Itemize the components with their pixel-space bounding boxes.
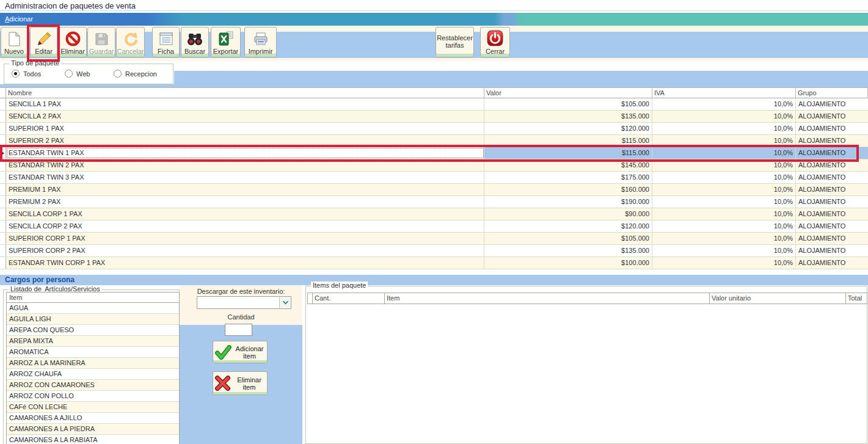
cell-valor: $100.000 bbox=[484, 257, 652, 269]
exportar-button[interactable]: Exportar bbox=[211, 27, 241, 57]
list-item[interactable]: CAMARONES A AJILLO bbox=[7, 413, 179, 424]
cell-grupo: ALOJAMIENTO bbox=[796, 147, 868, 159]
row-selector-cell bbox=[0, 233, 6, 244]
cell-grupo: ALOJAMIENTO bbox=[796, 111, 868, 122]
menu-bar: Adicionar bbox=[0, 13, 868, 26]
cell-iva: 10,0% bbox=[652, 257, 796, 269]
table-row[interactable]: PREMIUM 2 PAX $190.000 10,0% ALOJAMIENTO bbox=[0, 196, 868, 208]
list-item[interactable]: ARROZ CON CAMARONES bbox=[7, 380, 179, 391]
radio-label: Todos bbox=[23, 70, 41, 78]
table-row[interactable]: SENCILLA 1 PAX $105.000 10,0% ALOJAMIENT… bbox=[0, 98, 868, 111]
table-row[interactable]: SUPERIOR CORP 1 PAX $105.000 10,0% ALOJA… bbox=[0, 233, 868, 245]
ficha-button[interactable]: Ficha bbox=[152, 27, 180, 57]
radio-todos[interactable]: Todos bbox=[12, 70, 41, 78]
table-row[interactable]: ESTANDAR TWIN 3 PAX $175.000 10,0% ALOJA… bbox=[0, 172, 868, 184]
cell-iva: 10,0% bbox=[652, 184, 796, 195]
radio-web[interactable]: Web bbox=[65, 70, 90, 78]
list-item[interactable]: AGUILA LIGH bbox=[7, 314, 179, 325]
tipo-paquete-groupbox: Tipo de paquete Todos Web Recepcion bbox=[4, 64, 173, 84]
cell-grupo: ALOJAMIENTO bbox=[796, 196, 868, 208]
app-window: Administracion de paquetes de venta Adic… bbox=[0, 0, 868, 444]
list-item[interactable]: ARROZ CHAUFA bbox=[7, 369, 179, 380]
table-row[interactable]: SENCILLA 2 PAX $135.000 10,0% ALOJAMIENT… bbox=[0, 111, 868, 123]
radio-recepcion[interactable]: Recepcion bbox=[114, 70, 157, 78]
restablecer-tarifas-button[interactable]: Restablecer tarifas bbox=[436, 27, 474, 57]
table-row[interactable]: SENCILLA CORP 2 PAX $120.000 10,0% ALOJA… bbox=[0, 220, 868, 233]
column-header-valor[interactable]: Valor bbox=[484, 87, 652, 98]
editar-button[interactable]: Editar bbox=[30, 27, 57, 57]
row-selector-cell bbox=[0, 220, 6, 232]
table-row[interactable]: SUPERIOR 1 PAX $120.000 10,0% ALOJAMIENT… bbox=[0, 123, 868, 135]
eliminar-button[interactable]: Eliminar bbox=[59, 27, 87, 57]
row-selector-cell bbox=[0, 147, 6, 159]
row-selector-cell bbox=[0, 184, 6, 195]
list-item[interactable]: AREPA CON QUESO bbox=[7, 325, 179, 336]
row-selector-cell bbox=[0, 172, 6, 183]
eliminar-item-button[interactable]: Eliminar item bbox=[213, 371, 268, 395]
strip-background bbox=[174, 71, 868, 87]
binoculars-icon bbox=[186, 31, 203, 47]
cell-valor: $160.000 bbox=[484, 184, 652, 195]
adicionar-item-button[interactable]: Adicionar item bbox=[213, 341, 268, 363]
list-item[interactable]: CAFé CON LECHE bbox=[7, 402, 179, 413]
table-row[interactable]: ESTANDAR TWIN 2 PAX $145.000 10,0% ALOJA… bbox=[0, 159, 868, 172]
column-header-grupo[interactable]: Grupo bbox=[796, 87, 868, 98]
list-item[interactable]: AGUA bbox=[7, 303, 179, 314]
table-row[interactable]: SUPERIOR CORP 2 PAX $135.000 10,0% ALOJA… bbox=[0, 245, 868, 257]
cell-grupo: ALOJAMIENTO bbox=[796, 172, 868, 183]
cell-grupo: ALOJAMIENTO bbox=[796, 257, 868, 269]
cell-grupo: ALOJAMIENTO bbox=[796, 220, 868, 232]
cell-iva: 10,0% bbox=[652, 233, 796, 244]
dropdown-button[interactable] bbox=[279, 297, 291, 308]
cerrar-button[interactable]: Cerrar bbox=[480, 27, 510, 57]
list-item[interactable]: AREPA MIXTA bbox=[7, 336, 179, 347]
button-label: Exportar bbox=[213, 48, 239, 55]
table-row[interactable]: SENCILLA CORP 1 PAX $90.000 10,0% ALOJAM… bbox=[0, 208, 868, 220]
cell-grupo: ALOJAMIENTO bbox=[796, 135, 868, 147]
nuevo-button[interactable]: Nuevo bbox=[1, 27, 27, 57]
cell-iva: 10,0% bbox=[652, 135, 796, 147]
radio-label: Web bbox=[76, 70, 90, 78]
cell-grupo: ALOJAMIENTO bbox=[796, 98, 868, 110]
imprimir-button[interactable]: Imprimir bbox=[244, 27, 277, 57]
column-header-valor-unitario[interactable]: Valor unitario bbox=[710, 293, 846, 304]
list-column-header[interactable]: Item bbox=[6, 292, 180, 303]
check-icon bbox=[214, 345, 232, 360]
button-label: Eliminar item bbox=[233, 376, 266, 391]
list-item[interactable]: CAMARONES A LA PIEDRA bbox=[7, 424, 179, 435]
column-header-cant[interactable]: Cant. bbox=[313, 293, 385, 304]
save-disk-icon bbox=[93, 31, 109, 47]
tipo-paquete-strip: Tipo de paquete Todos Web Recepcion bbox=[0, 61, 868, 87]
table-row[interactable]: ESTANDAR TWIN 1 PAX $115.000 10,0% ALOJA… bbox=[0, 147, 868, 159]
cell-valor: $105.000 bbox=[484, 98, 652, 110]
cell-nombre: ESTANDAR TWIN 2 PAX bbox=[6, 159, 484, 171]
table-row[interactable]: SUPERIOR 2 PAX $115.000 10,0% ALOJAMIENT… bbox=[0, 135, 868, 147]
cantidad-input[interactable] bbox=[225, 324, 252, 336]
column-header-item[interactable]: Item bbox=[385, 293, 710, 304]
list-item[interactable]: ARROZ CON POLLO bbox=[7, 391, 179, 402]
cell-grupo: ALOJAMIENTO bbox=[796, 245, 868, 257]
groupbox-title: Tipo de paquete bbox=[9, 59, 61, 67]
column-header-iva[interactable]: IVA bbox=[652, 87, 796, 98]
guardar-button[interactable]: Guardar bbox=[87, 27, 115, 57]
cell-grupo: ALOJAMIENTO bbox=[796, 184, 868, 195]
list-item[interactable]: CAMARONES A LA RABIATA bbox=[7, 435, 179, 444]
column-header-nombre[interactable]: Nombre bbox=[6, 87, 484, 98]
list-item[interactable]: AROMATICA bbox=[7, 347, 179, 358]
table-row[interactable]: ESTANDAR TWIN CORP 1 PAX $100.000 10,0% … bbox=[0, 257, 868, 269]
cell-valor: $115.000 bbox=[484, 147, 652, 159]
cargos-por-persona-bar: Cargos por persona bbox=[0, 275, 868, 285]
inventario-combobox[interactable] bbox=[197, 296, 291, 309]
list-item[interactable]: ARROZ A LA MARINERA bbox=[7, 358, 179, 369]
buscar-button[interactable]: Buscar bbox=[181, 27, 209, 57]
items-paquete-groupbox: Items del paquete Cant. Item Valor unita… bbox=[305, 286, 867, 444]
cell-valor: $115.000 bbox=[484, 135, 652, 147]
button-label: Editar bbox=[35, 48, 53, 55]
cell-nombre: SUPERIOR CORP 2 PAX bbox=[6, 245, 484, 257]
column-header-total[interactable]: Total bbox=[846, 293, 867, 304]
menu-item-adicionar[interactable]: Adicionar bbox=[5, 13, 33, 26]
cancelar-button[interactable]: Cancelar bbox=[116, 27, 145, 57]
table-row[interactable]: PREMIUM 1 PAX $160.000 10,0% ALOJAMIENTO bbox=[0, 184, 868, 196]
packages-table-body: SENCILLA 1 PAX $105.000 10,0% ALOJAMIENT… bbox=[0, 98, 868, 269]
selector-column-header bbox=[308, 293, 313, 304]
